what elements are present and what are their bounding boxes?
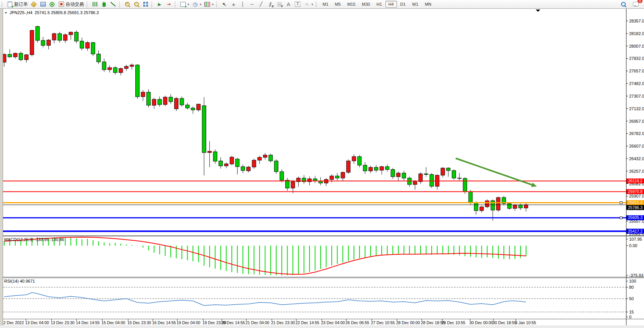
signals-button[interactable]: [48, 0, 56, 8]
timeframe-button-m1[interactable]: M1: [320, 1, 331, 8]
svg-text:26257.0: 26257.0: [629, 169, 644, 174]
text-button[interactable]: A: [284, 0, 293, 8]
horizontal-line-icon: ─: [249, 1, 255, 7]
svg-text:27657.0: 27657.0: [629, 69, 644, 73]
channel-icon: ∥E: [267, 1, 273, 7]
timeframe-button-w1[interactable]: W1: [409, 1, 422, 8]
channel-button[interactable]: ∥E: [266, 0, 275, 8]
profiles-icon: [40, 1, 46, 7]
notification-badge: 1: [638, 0, 642, 3]
chart-shift-button[interactable]: ⇥: [164, 0, 173, 8]
signals-icon: [49, 1, 55, 7]
auto-scroll-icon: ▶: [156, 1, 163, 7]
svg-text:28007.0: 28007.0: [629, 44, 644, 48]
rsi-indicator-label: RSI(14) 40.9671: [4, 279, 35, 283]
trendline-icon: ╱: [258, 1, 264, 7]
chevron-down-icon[interactable]: ▾: [312, 3, 313, 6]
line-chart-button[interactable]: [109, 0, 117, 8]
timeframe-button-d1[interactable]: D1: [397, 1, 409, 8]
chart-ohlc: 25741.5 25805.8 25691.3 25786.3: [35, 10, 99, 15]
svg-text:27307.0: 27307.0: [629, 94, 644, 98]
toolbar-group-orders: +新订单自动交易: [5, 0, 85, 8]
new-chart-button[interactable]: +▾: [178, 0, 190, 8]
svg-text:12 Dec 2022: 12 Dec 2022: [1, 320, 24, 325]
svg-text:26 Dec 06:55: 26 Dec 06:55: [345, 320, 369, 325]
chart-symbol-period: JPN225-,H4: [10, 10, 32, 15]
toolbar-right: 1: [619, 0, 644, 8]
period-button[interactable]: ◷▾: [191, 0, 202, 8]
crosshair-icon: +: [230, 1, 237, 7]
profiles-button[interactable]: [39, 0, 47, 8]
timeframe-button-m30[interactable]: M30: [359, 1, 373, 8]
svg-text:20 Dec 14:55: 20 Dec 14:55: [221, 320, 245, 325]
auto-scroll-button[interactable]: ▶: [155, 0, 164, 8]
svg-text:0: 0: [629, 315, 631, 319]
horizontal-line-button[interactable]: ─: [247, 0, 256, 8]
zoom-in-button[interactable]: +: [123, 0, 132, 8]
timeframe-button-m15[interactable]: M15: [344, 1, 358, 8]
symbol-dropdown-icon[interactable]: ▼: [5, 11, 7, 14]
svg-text:28357.0: 28357.0: [629, 19, 644, 23]
svg-text:25417.2: 25417.2: [628, 229, 642, 233]
candlestick-chart-icon: [101, 1, 107, 7]
svg-text:25605.3: 25605.3: [628, 215, 642, 220]
svg-text:0.00: 0.00: [629, 243, 637, 248]
timeframe-button-h1[interactable]: H1: [373, 1, 385, 8]
macd-indicator-label: MACD(12,26,9) -133.95 -130.46: [4, 237, 64, 242]
market-watch-icon: [31, 1, 37, 7]
timeframe-button-mn[interactable]: MN: [422, 1, 434, 8]
svg-text:16 Dec 14:55: 16 Dec 14:55: [152, 320, 176, 325]
svg-text:25815.4: 25815.4: [628, 200, 642, 205]
left-panel-splitter[interactable]: [0, 8, 3, 325]
toolbar-grip: [119, 2, 121, 7]
zoom-out-button[interactable]: −: [132, 0, 141, 8]
svg-text:-375.93: -375.93: [629, 273, 643, 278]
algo-trading-button[interactable]: 自动交易: [57, 0, 85, 8]
mt4-window: +新订单自动交易+−▶⇥+▾◷▾▾↖+│─╱∥EFAT↑↓▾M1M5M15M30…: [0, 0, 644, 328]
toolbar-grip: [216, 2, 218, 7]
svg-text:13 Dec 23:30: 13 Dec 23:30: [51, 320, 75, 325]
arrows-button[interactable]: ↑↓▾: [302, 0, 314, 8]
tile-windows-icon: [142, 1, 149, 7]
svg-text:23 Dec 04:00: 23 Dec 04:00: [321, 320, 345, 325]
fibonacci-button[interactable]: F: [275, 0, 284, 8]
templates-button[interactable]: ▾: [203, 0, 215, 8]
templates-icon: [204, 1, 210, 7]
market-watch-button[interactable]: [29, 0, 38, 8]
search-button[interactable]: [619, 0, 628, 8]
svg-text:26432.0: 26432.0: [629, 156, 644, 161]
vertical-line-button[interactable]: │: [238, 0, 247, 8]
button-label: 自动交易: [66, 1, 84, 8]
svg-text:30 Dec 18:55: 30 Dec 18:55: [493, 320, 517, 325]
toolbar-group-scroll: ▶⇥: [155, 0, 173, 8]
chevron-down-icon[interactable]: ▾: [212, 3, 214, 6]
zoom-out-icon: −: [133, 1, 140, 7]
toolbar-grip: [316, 2, 318, 7]
candlestick-chart-button[interactable]: [100, 0, 108, 8]
text-icon: A: [285, 1, 292, 7]
new-order-icon: +: [6, 1, 13, 7]
svg-text:26957.0: 26957.0: [629, 119, 644, 124]
trendline-button[interactable]: ╱: [257, 0, 265, 8]
timeframe-button-m5[interactable]: M5: [332, 1, 344, 8]
chart-region: 28357.028182.028007.027832.027657.027482…: [0, 8, 644, 325]
cursor-button[interactable]: ↖: [220, 0, 229, 8]
svg-text:22 Dec 14:55: 22 Dec 14:55: [296, 320, 320, 325]
crosshair-button[interactable]: +: [229, 0, 238, 8]
svg-text:25970.8: 25970.8: [628, 189, 642, 194]
svg-text:27 Dec 10:55: 27 Dec 10:55: [371, 320, 395, 325]
chevron-down-icon[interactable]: ▾: [200, 3, 201, 6]
svg-text:30 Dec 00:00: 30 Dec 00:00: [469, 320, 493, 325]
new-order-button[interactable]: +新订单: [5, 0, 29, 8]
chevron-down-icon[interactable]: ▾: [188, 3, 189, 6]
timeframe-button-h4[interactable]: H4: [385, 1, 397, 8]
svg-text:3 Jan 10:55: 3 Jan 10:55: [515, 320, 536, 325]
tile-windows-button[interactable]: [141, 0, 150, 8]
chart-canvas[interactable]: 28357.028182.028007.027832.027657.027482…: [0, 8, 644, 325]
period-icon: ◷: [192, 1, 198, 7]
line-chart-icon: [110, 1, 116, 7]
bar-chart-button[interactable]: [90, 0, 99, 8]
chat-button[interactable]: 1: [631, 0, 640, 8]
text-label-button[interactable]: T: [293, 0, 302, 8]
zoom-in-icon: +: [124, 1, 130, 7]
